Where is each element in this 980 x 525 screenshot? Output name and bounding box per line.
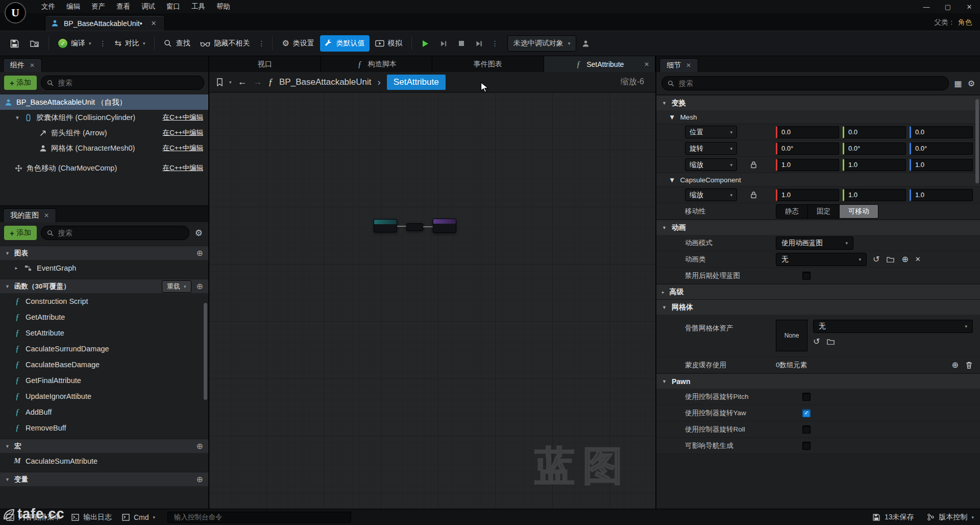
capsule-scale-z-field[interactable]: 1.0	[910, 189, 973, 201]
graph-item-0[interactable]: ▸EventGraph	[0, 260, 208, 276]
components-search-input[interactable]	[57, 78, 198, 87]
edit-in-cpp-link[interactable]: 在C++中编辑	[162, 113, 203, 122]
asset-thumbnail[interactable]: None	[776, 320, 807, 351]
maximize-button[interactable]: ▢	[937, 3, 959, 11]
unreal-logo-icon[interactable]: U	[5, 2, 26, 23]
anim-class-dropdown[interactable]: 无 ▾	[776, 253, 867, 266]
clear-icon[interactable]: ✕	[915, 256, 921, 262]
close-icon[interactable]: ✕	[44, 212, 49, 219]
pawn-section-header[interactable]: ▼ Pawn	[656, 373, 980, 389]
tab-details[interactable]: 细节 ✕	[659, 58, 698, 72]
function-item-0[interactable]: ƒConstruction Script	[0, 293, 208, 309]
scale-dropdown[interactable]: 缩放 ▾	[685, 158, 737, 171]
add-function-icon[interactable]: ⊕	[197, 281, 203, 291]
breadcrumb-root[interactable]: BP_BaseAttackableUnit	[279, 77, 372, 87]
checkbox[interactable]	[802, 442, 811, 450]
function-item-1[interactable]: ƒGetAttribute	[0, 309, 208, 325]
graph-canvas[interactable]: 蓝图	[209, 92, 655, 509]
rotation-dropdown[interactable]: 旋转 ▾	[685, 142, 737, 155]
find-button[interactable]: 查找	[159, 35, 194, 52]
save-button[interactable]	[5, 35, 24, 52]
menu-item-4[interactable]: 调试	[136, 1, 161, 13]
components-search[interactable]	[41, 76, 204, 90]
output-log-button[interactable]: 输出日志	[71, 513, 112, 522]
graph-tab-2[interactable]: 事件图表	[432, 56, 544, 72]
chevron-down-icon[interactable]: ▾	[143, 41, 145, 46]
graph-tab-1[interactable]: ƒ构造脚本	[321, 56, 433, 72]
graph-node[interactable]	[374, 219, 397, 232]
scrollbar-thumb[interactable]	[975, 99, 979, 183]
close-icon[interactable]: ✕	[151, 19, 157, 27]
asset-tab[interactable]: BP_BaseAttackableUnit• ✕	[45, 15, 165, 31]
scale-y-field[interactable]: 1.0	[843, 159, 906, 171]
scale-x-field[interactable]: 1.0	[776, 159, 839, 171]
advanced-section-header[interactable]: ▸ 高级	[656, 284, 980, 299]
menu-item-0[interactable]: 文件	[36, 1, 61, 13]
variables-section-header[interactable]: ▼ 变量 ⊕	[0, 472, 208, 486]
add-icon[interactable]: ⊕	[901, 255, 908, 264]
location-x-field[interactable]: 0.0	[776, 126, 839, 138]
graph-node[interactable]	[433, 219, 456, 233]
macro-item-0[interactable]: MCaculateSumAttribute	[0, 453, 208, 469]
chevron-down-icon[interactable]: ▾	[89, 41, 91, 46]
rotation-y-field[interactable]: 0.0°	[843, 142, 906, 155]
kebab-menu-icon[interactable]: ⋮	[255, 39, 267, 47]
revision-control-button[interactable]: 版本控制 ▾	[927, 513, 974, 522]
transform-section-header[interactable]: ▼ 变换	[656, 95, 980, 110]
frame-skip-button[interactable]	[435, 36, 452, 51]
cmd-dropdown[interactable]: Cmd ▾	[122, 513, 155, 521]
tab-components[interactable]: 组件 ✕	[3, 58, 42, 72]
expand-caret-icon[interactable]: ▼	[14, 115, 20, 121]
location-z-field[interactable]: 0.0	[910, 126, 973, 138]
browse-to-asset-icon[interactable]	[826, 338, 835, 345]
function-item-4[interactable]: ƒCaculateBaseDamage	[0, 356, 208, 372]
use-selected-asset-icon[interactable]: ↺	[813, 338, 820, 346]
settings-gear-icon[interactable]: ⚙	[968, 79, 975, 88]
location-dropdown[interactable]: 位置 ▾	[685, 126, 737, 138]
lock-icon[interactable]	[750, 161, 757, 169]
menu-item-1[interactable]: 编辑	[61, 1, 86, 13]
edit-in-cpp-link[interactable]: 在C++中编辑	[162, 128, 203, 137]
menu-item-3[interactable]: 查看	[111, 1, 136, 13]
override-dropdown[interactable]: 重载 ▾	[162, 280, 191, 293]
checkbox[interactable]	[802, 425, 811, 434]
forward-arrow-icon[interactable]: →	[253, 77, 262, 87]
component-row-2[interactable]: 箭头组件 (Arrow)在C++中编辑	[0, 125, 208, 140]
animation-section-header[interactable]: ▼ 动画	[656, 220, 980, 235]
capsule-scale-y-field[interactable]: 1.0	[843, 189, 906, 201]
mobility-option-2[interactable]: 可移动	[840, 205, 878, 218]
add-graph-icon[interactable]: ⊕	[197, 248, 203, 258]
minimize-button[interactable]: —	[916, 3, 937, 11]
use-selected-asset-icon[interactable]: ↺	[873, 255, 879, 264]
browse-to-asset-icon[interactable]	[886, 256, 895, 263]
anim-mode-dropdown[interactable]: 使用动画蓝图 ▾	[776, 236, 853, 250]
eject-button[interactable]	[471, 36, 488, 51]
function-item-3[interactable]: ƒCaculateSurrundDamage	[0, 341, 208, 356]
mesh-section-header[interactable]: ▼ 网格体	[656, 299, 980, 315]
play-button[interactable]	[416, 36, 434, 52]
component-row-3[interactable]: 网格体 (CharacterMesh0)在C++中编辑	[0, 140, 208, 156]
graph-tab-3[interactable]: ƒSetAttribute✕	[544, 56, 656, 72]
rotation-x-field[interactable]: 0.0°	[776, 142, 839, 155]
add-blueprint-item-button[interactable]: + 添加	[4, 226, 37, 240]
class-defaults-button[interactable]: 类默认值	[320, 35, 370, 52]
kebab-menu-icon[interactable]: ⋮	[489, 39, 501, 47]
unsaved-button[interactable]: 13未保存	[872, 513, 914, 522]
menu-item-2[interactable]: 资产	[86, 1, 111, 13]
macros-section-header[interactable]: ▼ 宏 ⊕	[0, 439, 208, 453]
close-button[interactable]: ✕	[959, 3, 980, 11]
function-item-6[interactable]: ƒUpdateIgnorAttibute	[0, 388, 208, 404]
component-row-1[interactable]: ▼胶囊体组件 (CollisionCylinder)在C++中编辑	[0, 110, 208, 125]
my-blueprint-search-input[interactable]	[57, 228, 183, 237]
debug-object-dropdown[interactable]: 未选中调试对象 ▾	[507, 35, 577, 52]
details-search-input[interactable]	[678, 79, 943, 88]
parent-class-value[interactable]: 角色	[958, 18, 972, 27]
console-command-input[interactable]	[173, 513, 346, 521]
stop-button[interactable]	[453, 36, 470, 51]
console-command-input-wrap[interactable]	[167, 512, 351, 523]
edit-in-cpp-link[interactable]: 在C++中编辑	[162, 163, 203, 173]
kebab-menu-icon[interactable]: ⋮	[97, 39, 109, 47]
chevron-down-icon[interactable]: ▾	[229, 80, 232, 85]
capsule-group-header[interactable]: ▼ CapsuleComponent	[656, 173, 980, 187]
back-arrow-icon[interactable]: ←	[238, 77, 247, 87]
